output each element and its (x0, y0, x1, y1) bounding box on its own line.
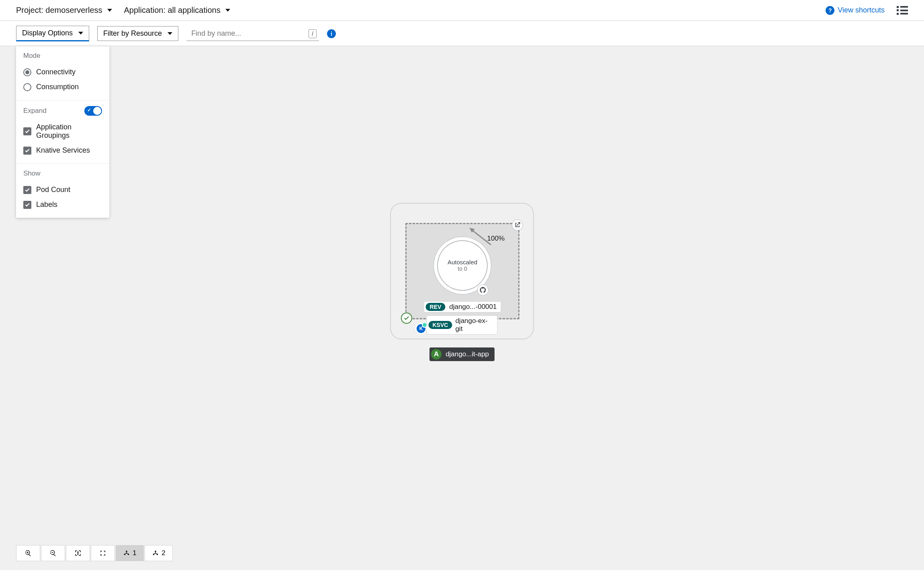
revision-label[interactable]: REV django...-00001 (424, 301, 501, 313)
info-icon[interactable]: i (327, 29, 336, 38)
filter-label: Filter by Resource (103, 29, 162, 38)
radio-label: Consumption (36, 83, 79, 91)
expand-heading: Expand (23, 107, 47, 115)
checkbox-icon (23, 147, 31, 155)
display-options-panel: Mode Connectivity Consumption Expand App… (16, 46, 109, 218)
application-dropdown[interactable]: Application: all applications (124, 6, 230, 15)
application-group[interactable]: 100% Autoscaled to 0 REV django...-00 (390, 203, 534, 339)
help-icon: ? (826, 6, 834, 15)
zoom-controls: 1 2 (16, 545, 173, 561)
zoom-out-icon (49, 550, 57, 557)
app-badge-icon: A (431, 349, 442, 360)
mode-connectivity-radio[interactable]: Connectivity (23, 65, 102, 80)
zoom-in-icon (25, 550, 32, 557)
ksvc-label[interactable]: KSVC django-ex-git (427, 315, 498, 335)
filter-resource-button[interactable]: Filter by Resource (97, 26, 178, 41)
ksvc-badge: KSVC (429, 321, 452, 329)
ksvc-name: django-ex-git (455, 317, 492, 333)
list-view-toggle-icon[interactable] (897, 6, 908, 15)
caret-down-icon (225, 9, 230, 12)
checkbox-label: Knative Services (36, 146, 90, 155)
project-label: Project: demoserverless (16, 6, 102, 15)
search-wrap: / (186, 27, 319, 41)
knative-service-group[interactable]: 100% Autoscaled to 0 REV django...-00 (405, 223, 519, 319)
fit-icon (74, 550, 82, 557)
caret-down-icon (78, 32, 83, 35)
show-labels-checkbox[interactable]: Labels (23, 197, 102, 212)
shortcuts-label: View shortcuts (838, 6, 885, 14)
rev-name: django...-00001 (449, 303, 497, 311)
reset-view-button[interactable] (91, 545, 115, 561)
rev-badge: REV (426, 303, 446, 311)
git-decorator-icon[interactable] (477, 284, 489, 296)
search-shortcut-badge: / (309, 29, 317, 38)
layout-2-button[interactable]: 2 (145, 545, 173, 561)
knative-letter: K (419, 326, 423, 331)
zoom-out-button[interactable] (41, 545, 65, 561)
checkbox-icon (23, 186, 31, 194)
zoom-in-button[interactable] (16, 545, 40, 561)
layout-2-label: 2 (161, 549, 165, 557)
project-dropdown[interactable]: Project: demoserverless (16, 6, 112, 15)
knative-decorator-icon: K (417, 324, 425, 333)
traffic-percent-label: 100% (487, 235, 505, 243)
route-decorator-icon[interactable] (512, 219, 523, 231)
mode-consumption-radio[interactable]: Consumption (23, 80, 102, 94)
radio-icon (23, 83, 31, 91)
topology-canvas[interactable]: Mode Connectivity Consumption Expand App… (0, 46, 924, 570)
checkbox-icon (23, 127, 31, 135)
checkbox-label: Labels (36, 200, 57, 209)
show-pod-count-checkbox[interactable]: Pod Count (23, 182, 102, 197)
expand-knative-checkbox[interactable]: Knative Services (23, 143, 102, 158)
caret-down-icon (168, 32, 172, 35)
search-input[interactable] (186, 27, 319, 41)
layout-icon (123, 550, 130, 557)
checkbox-label: Application Groupings (36, 123, 102, 140)
display-options-button[interactable]: Display Options (16, 26, 89, 41)
view-shortcuts-link[interactable]: ? View shortcuts (826, 6, 885, 15)
checkbox-icon (23, 201, 31, 209)
knative-mini-badge (423, 323, 427, 327)
pod-ring[interactable]: Autoscaled to 0 (440, 243, 484, 288)
radio-icon (23, 68, 31, 76)
fit-to-screen-button[interactable] (66, 545, 90, 561)
display-options-label: Display Options (22, 29, 73, 37)
application-label: Application: all applications (124, 6, 221, 15)
app-name: django...it-app (446, 350, 489, 358)
expand-app-groupings-checkbox[interactable]: Application Groupings (23, 120, 102, 143)
application-label[interactable]: A django...it-app (429, 347, 495, 361)
radio-label: Connectivity (36, 68, 76, 76)
status-decorator-icon[interactable] (401, 313, 412, 324)
layout-1-button[interactable]: 1 (116, 545, 144, 561)
pod-status-line1: Autoscaled (448, 259, 477, 266)
expand-icon (99, 550, 106, 557)
caret-down-icon (107, 9, 112, 12)
toolbar: Display Options Filter by Resource / i (0, 21, 924, 46)
topology-node-wrap: 100% Autoscaled to 0 REV django...-00 (390, 203, 534, 361)
page-header: Project: demoserverless Application: all… (0, 0, 924, 21)
pod-status-line2: to 0 (458, 266, 467, 272)
layout-1-label: 1 (133, 549, 136, 557)
checkbox-label: Pod Count (36, 186, 70, 194)
svg-point-0 (126, 551, 127, 552)
layout-icon (152, 550, 159, 557)
expand-toggle[interactable] (84, 106, 102, 116)
mode-heading: Mode (23, 52, 102, 60)
show-heading: Show (23, 170, 102, 178)
svg-point-3 (155, 551, 156, 552)
